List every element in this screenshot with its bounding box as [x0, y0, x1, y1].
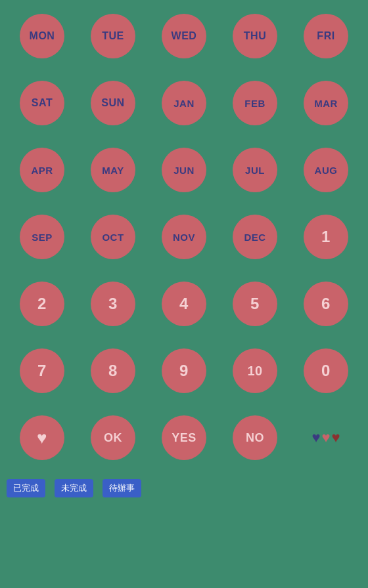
bubble-tue[interactable]: TUE [91, 14, 135, 58]
bubble-nov[interactable]: NOV [162, 215, 206, 259]
bubble-2[interactable]: 2 [20, 282, 64, 326]
label-undone[interactable]: 未完成 [55, 479, 93, 497]
heart-darkred-icon: ♥ [332, 429, 340, 446]
bubble-thu[interactable]: THU [233, 14, 277, 58]
cell-oct[interactable]: OCT [78, 207, 149, 266]
cell-yes[interactable]: YES [149, 408, 219, 467]
cell-sat[interactable]: SAT [7, 74, 78, 133]
bubble-yes[interactable]: YES [162, 415, 206, 460]
bubble-jan[interactable]: JAN [162, 81, 206, 125]
bubble-wed[interactable]: WED [162, 14, 206, 58]
bubble-mar[interactable]: MAR [304, 81, 348, 125]
cell-sep[interactable]: SEP [7, 207, 78, 266]
bubble-sun[interactable]: SUN [91, 81, 135, 125]
cell-6[interactable]: 6 [290, 274, 361, 333]
cell-thu[interactable]: THU [219, 7, 290, 66]
bubble-5[interactable]: 5 [233, 282, 277, 326]
label-todo[interactable]: 待辦事 [103, 479, 141, 497]
bubble-8[interactable]: 8 [91, 348, 135, 393]
bubble-6[interactable]: 6 [304, 282, 348, 326]
emoji-grid: MON TUE WED THU FRI SAT SUN JAN [0, 0, 368, 474]
cell-apr[interactable]: APR [7, 140, 78, 200]
bubble-sat[interactable]: SAT [20, 81, 64, 125]
cell-aug[interactable]: AUG [290, 140, 361, 200]
bubble-10[interactable]: 10 [233, 348, 277, 393]
cell-wed[interactable]: WED [149, 7, 219, 66]
cell-8[interactable]: 8 [78, 341, 149, 400]
cell-feb[interactable]: FEB [219, 74, 290, 133]
bubble-no[interactable]: NO [233, 415, 277, 460]
bubble-9[interactable]: 9 [162, 348, 206, 393]
cell-may[interactable]: MAY [78, 140, 149, 200]
bubble-7[interactable]: 7 [20, 348, 64, 393]
label-done[interactable]: 已完成 [7, 479, 45, 497]
bubble-3[interactable]: 3 [91, 282, 135, 326]
heart-red-icon: ♥ [321, 429, 330, 446]
cell-7[interactable]: 7 [7, 341, 78, 400]
bubble-heart[interactable]: ♥ [20, 415, 64, 460]
bubble-0[interactable]: 0 [304, 348, 348, 393]
bubble-4[interactable]: 4 [162, 282, 206, 326]
cell-2[interactable]: 2 [7, 274, 78, 333]
cell-sun[interactable]: SUN [78, 74, 149, 133]
cell-4[interactable]: 4 [149, 274, 219, 333]
bubble-dec[interactable]: DEC [233, 215, 277, 259]
heart-blue-icon: ♥ [311, 429, 320, 446]
cell-jul[interactable]: JUL [219, 140, 290, 200]
cell-dec[interactable]: DEC [219, 207, 290, 266]
bubble-may[interactable]: MAY [91, 148, 135, 192]
cell-9[interactable]: 9 [149, 341, 219, 400]
cell-jun[interactable]: JUN [149, 140, 219, 200]
cell-10[interactable]: 10 [219, 341, 290, 400]
cell-no[interactable]: NO [219, 408, 290, 467]
bubble-aug[interactable]: AUG [304, 148, 348, 192]
cell-fri[interactable]: FRI [290, 7, 361, 66]
hearts-group: ♥ ♥ ♥ [311, 429, 340, 446]
bubble-jul[interactable]: JUL [233, 148, 277, 192]
bubble-sep[interactable]: SEP [20, 215, 64, 259]
bubble-jun[interactable]: JUN [162, 148, 206, 192]
cell-mar[interactable]: MAR [290, 74, 361, 133]
cell-nov[interactable]: NOV [149, 207, 219, 266]
bubble-apr[interactable]: APR [20, 148, 64, 192]
cell-hearts-group[interactable]: ♥ ♥ ♥ [290, 408, 361, 467]
bubble-feb[interactable]: FEB [233, 81, 277, 125]
cell-3[interactable]: 3 [78, 274, 149, 333]
cell-heart[interactable]: ♥ [7, 408, 78, 467]
bubble-ok[interactable]: OK [91, 415, 135, 460]
bubble-mon[interactable]: MON [20, 14, 64, 58]
bubble-oct[interactable]: OCT [91, 215, 135, 259]
cell-ok[interactable]: OK [78, 408, 149, 467]
cell-0[interactable]: 0 [290, 341, 361, 400]
heart-icon: ♥ [37, 428, 47, 448]
bubble-1[interactable]: 1 [304, 215, 348, 259]
bubble-fri[interactable]: FRI [304, 14, 348, 58]
bottom-labels: 已完成 未完成 待辦事 [0, 474, 368, 497]
cell-mon[interactable]: MON [7, 7, 78, 66]
cell-1[interactable]: 1 [290, 207, 361, 266]
cell-tue[interactable]: TUE [78, 7, 149, 66]
cell-jan[interactable]: JAN [149, 74, 219, 133]
cell-5[interactable]: 5 [219, 274, 290, 333]
